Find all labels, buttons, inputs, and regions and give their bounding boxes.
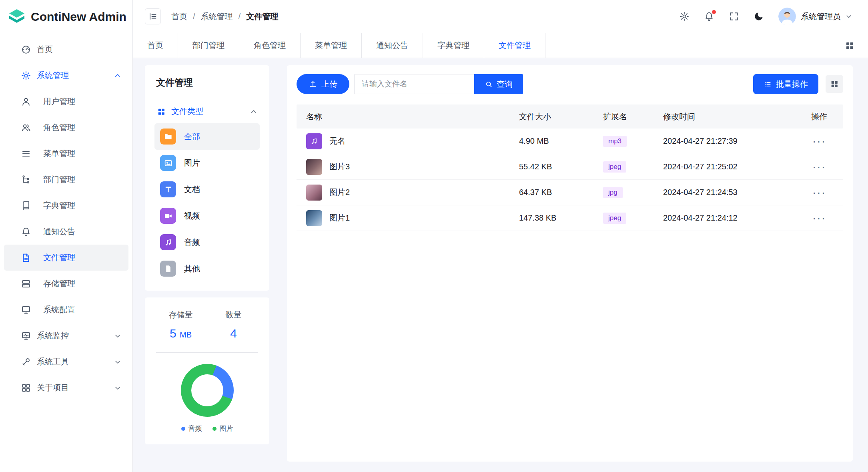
tab-menu-management[interactable]: 菜单管理 bbox=[301, 33, 362, 58]
settings-button[interactable] bbox=[679, 11, 690, 22]
sidebar-item-home[interactable]: 首页 bbox=[4, 36, 128, 62]
breadcrumb-item[interactable]: 系统管理 bbox=[201, 11, 233, 22]
fullscreen-button[interactable] bbox=[729, 11, 739, 22]
row-actions-button[interactable]: ··· bbox=[812, 136, 826, 147]
text-icon bbox=[160, 181, 176, 197]
list-icon bbox=[764, 80, 772, 88]
image-icon bbox=[160, 155, 176, 171]
wrench-icon bbox=[21, 357, 31, 367]
table-row[interactable]: 图片1 147.38 KB jpeg 2024-04-27 21:24:12 ·… bbox=[297, 205, 843, 231]
file-type-all[interactable]: 全部 bbox=[154, 123, 260, 150]
upload-button[interactable]: 上传 bbox=[297, 74, 349, 94]
column-header-ops: 操作 bbox=[795, 111, 843, 122]
notifications-button[interactable] bbox=[704, 11, 714, 22]
extension-tag: jpeg bbox=[603, 161, 626, 173]
tab-label: 部门管理 bbox=[192, 40, 225, 51]
modified-time: 2024-04-27 21:27:39 bbox=[663, 137, 795, 146]
column-header-ext: 扩展名 bbox=[603, 111, 663, 122]
sidebar-item-user-management[interactable]: 用户管理 bbox=[4, 88, 128, 114]
count-stat: 数量 4 bbox=[207, 309, 260, 340]
sidebar-item-system-monitor[interactable]: 系统监控 bbox=[4, 323, 128, 349]
sidebar-item-label: 系统监控 bbox=[37, 330, 69, 341]
logo: ContiNew Admin bbox=[0, 0, 132, 33]
main-area: 首页 / 系统管理 / 文件管理 bbox=[133, 0, 868, 472]
chevron-down-icon bbox=[846, 13, 852, 20]
sidebar-item-role-management[interactable]: 角色管理 bbox=[4, 114, 128, 141]
sidebar-item-about-project[interactable]: 关于项目 bbox=[4, 375, 128, 401]
sidebar-item-menu-management[interactable]: 菜单管理 bbox=[4, 141, 128, 167]
extension-tag: jpg bbox=[603, 187, 623, 198]
file-type-label: 其他 bbox=[184, 263, 200, 274]
sidebar-item-system-tools[interactable]: 系统工具 bbox=[4, 349, 128, 375]
file-type-videos[interactable]: 视频 bbox=[154, 203, 260, 229]
sidebar-item-storage-management[interactable]: 存储管理 bbox=[4, 271, 128, 297]
tab-role-management[interactable]: 角色管理 bbox=[239, 33, 301, 58]
batch-operations-button[interactable]: 批量操作 bbox=[753, 74, 818, 94]
tab-file-management[interactable]: 文件管理 bbox=[484, 33, 545, 58]
grid-view-button[interactable] bbox=[826, 75, 843, 93]
gear-icon bbox=[679, 11, 690, 22]
tab-label: 文件管理 bbox=[499, 40, 531, 51]
row-actions-button[interactable]: ··· bbox=[812, 213, 826, 224]
storage-value: 5 MB bbox=[154, 327, 207, 340]
file-type-images[interactable]: 图片 bbox=[154, 150, 260, 176]
row-actions-button[interactable]: ··· bbox=[812, 187, 826, 198]
file-table: 名称 文件大小 扩展名 修改时间 操作 无名 4.90 MB bbox=[297, 104, 843, 231]
legend-item-audio[interactable]: 音频 bbox=[181, 424, 202, 433]
sidebar-item-notifications[interactable]: 通知公告 bbox=[4, 219, 128, 245]
grid-icon bbox=[830, 80, 839, 88]
file-name: 无名 bbox=[329, 136, 345, 147]
tab-actions-button[interactable] bbox=[845, 41, 854, 50]
file-type-section-toggle[interactable]: 文件类型 bbox=[154, 97, 260, 123]
chart-legend: 音频 图片 bbox=[181, 424, 233, 433]
users-icon bbox=[21, 123, 31, 133]
row-actions-button[interactable]: ··· bbox=[812, 161, 826, 173]
table-row[interactable]: 图片3 55.42 KB jpeg 2024-04-27 21:25:02 ··… bbox=[297, 154, 843, 180]
filename-search-input[interactable] bbox=[354, 74, 474, 94]
table-row[interactable]: 无名 4.90 MB mp3 2024-04-27 21:27:39 ··· bbox=[297, 129, 843, 154]
chevron-down-icon bbox=[114, 384, 121, 392]
sidebar-item-dictionary-management[interactable]: 字典管理 bbox=[4, 193, 128, 219]
sidebar-item-department-management[interactable]: 部门管理 bbox=[4, 167, 128, 193]
chevron-up-icon bbox=[250, 108, 257, 115]
file-name: 图片3 bbox=[329, 161, 350, 172]
fullscreen-icon bbox=[729, 11, 739, 22]
query-button[interactable]: 查询 bbox=[474, 74, 523, 94]
toolbar-right: 批量操作 bbox=[753, 74, 843, 94]
upload-icon bbox=[309, 80, 317, 88]
file-type-other[interactable]: 其他 bbox=[154, 255, 260, 282]
storage-label: 存储量 bbox=[154, 309, 207, 320]
sidebar-item-system-config[interactable]: 系统配置 bbox=[4, 297, 128, 323]
sidebar-item-label: 通知公告 bbox=[43, 226, 75, 237]
avatar bbox=[778, 8, 796, 25]
file-type-documents[interactable]: 文档 bbox=[154, 176, 260, 203]
breadcrumb-item[interactable]: 首页 bbox=[171, 11, 187, 22]
file-type-audio[interactable]: 音频 bbox=[154, 229, 260, 255]
file-type-label: 音频 bbox=[184, 237, 200, 248]
dark-mode-button[interactable] bbox=[754, 11, 764, 22]
sidebar-item-file-management[interactable]: 文件管理 bbox=[4, 245, 128, 271]
file-size: 4.90 MB bbox=[519, 137, 603, 146]
sidebar-collapse-button[interactable] bbox=[145, 8, 161, 24]
legend-item-images[interactable]: 图片 bbox=[212, 424, 233, 433]
user-menu[interactable]: 系统管理员 bbox=[778, 8, 852, 25]
table-row[interactable]: 图片2 64.37 KB jpg 2024-04-27 21:24:53 ··· bbox=[297, 180, 843, 205]
app-root: ContiNew Admin 首页 系统管理 bbox=[0, 0, 868, 472]
file-type-label: 文档 bbox=[184, 184, 200, 195]
sidebar-item-label: 首页 bbox=[37, 44, 53, 55]
tab-home[interactable]: 首页 bbox=[133, 33, 178, 58]
tab-department-management[interactable]: 部门管理 bbox=[178, 33, 239, 58]
donut-chart bbox=[181, 364, 234, 417]
notification-dot bbox=[712, 10, 716, 14]
panel-title: 文件管理 bbox=[154, 68, 260, 97]
tab-dictionary-management[interactable]: 字典管理 bbox=[423, 33, 484, 58]
breadcrumb-separator: / bbox=[239, 12, 241, 21]
file-type-label: 视频 bbox=[184, 211, 200, 221]
folder-icon bbox=[160, 129, 176, 145]
extension-tag: jpeg bbox=[603, 213, 626, 224]
tab-notifications[interactable]: 通知公告 bbox=[362, 33, 423, 58]
sidebar-item-system-management[interactable]: 系统管理 bbox=[4, 62, 128, 88]
sidebar-item-label: 字典管理 bbox=[43, 200, 75, 211]
file-type-panel: 文件管理 文件类型 全部 bbox=[145, 65, 269, 291]
stats-row: 存储量 5 MB 数量 4 bbox=[154, 309, 260, 340]
